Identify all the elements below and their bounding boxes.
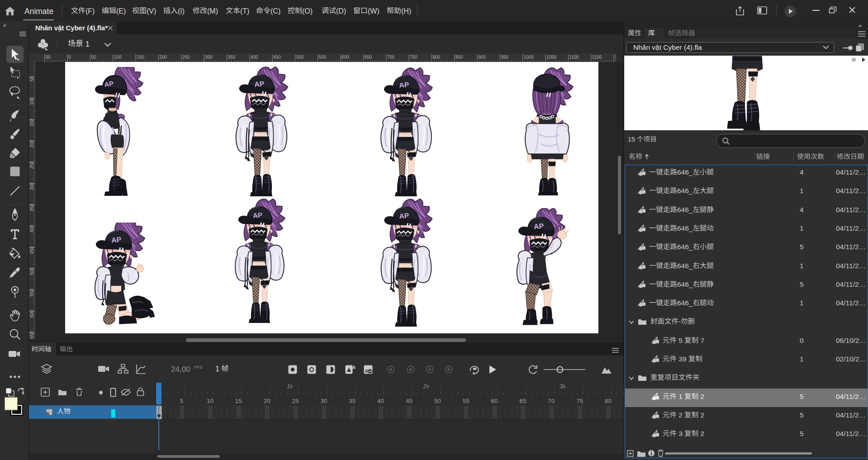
svg-text:02/10/2…: 02/10/2… [836,355,866,363]
svg-text:600: 600 [342,55,349,60]
svg-text:5: 5 [800,280,804,288]
svg-text:900: 900 [478,55,486,60]
svg-text:A: A [352,365,356,370]
svg-text:250: 250 [182,55,190,60]
svg-text:(H): (H) [401,7,411,15]
svg-text:(E): (E) [116,7,126,15]
svg-text:300: 300 [205,55,213,60]
svg-text:FPS: FPS [194,365,202,370]
svg-text:10: 10 [206,398,213,404]
svg-text:1: 1 [800,262,804,270]
svg-text:06/10/2…: 06/10/2… [836,337,866,344]
svg-text:(V): (V) [147,7,156,15]
svg-text:2s: 2s [422,383,429,389]
svg-text:Nhân vật Cyber (4).fla*: Nhân vật Cyber (4).fla* [35,24,108,32]
svg-text:7: 7 [698,337,704,344]
svg-text:646_: 646_ [677,187,693,195]
svg-text:5: 5 [800,411,804,419]
svg-text:2: 2 [698,393,704,400]
svg-text:5: 5 [800,393,804,400]
svg-text:1050: 1050 [546,55,557,60]
svg-text:3: 3 [677,430,684,437]
svg-text:65: 65 [519,398,526,404]
svg-text:-: - [678,318,681,326]
svg-text:1000: 1000 [524,55,534,60]
svg-text:1150: 1150 [592,55,602,60]
svg-text:1: 1 [800,224,804,232]
svg-text:24,00: 24,00 [171,365,190,374]
svg-text:50: 50 [46,55,51,60]
svg-text:Animate: Animate [24,7,53,16]
svg-text:2: 2 [677,411,684,419]
svg-text:(C): (C) [270,7,280,15]
svg-text:550: 550 [319,55,327,60]
svg-text:04/11/2…: 04/11/2… [836,168,866,176]
svg-text:50: 50 [29,76,34,81]
svg-text:646_: 646_ [677,262,693,270]
svg-text:70: 70 [548,398,555,404]
svg-text:45: 45 [406,398,413,404]
svg-text:15: 15 [235,398,242,404]
svg-text:50: 50 [434,398,441,404]
svg-text:(F): (F) [85,7,95,15]
svg-text:3s: 3s [560,383,565,389]
svg-text:1s: 1s [287,383,293,389]
svg-text:200: 200 [159,55,167,60]
svg-text:1: 1 [677,393,684,400]
svg-text:1: 1 [800,355,804,363]
svg-text:800: 800 [432,55,440,60]
svg-text:04/11/2…: 04/11/2… [836,243,866,251]
svg-text:150: 150 [137,55,144,60]
svg-text:(M): (M) [207,7,218,15]
svg-text:4: 4 [800,168,804,176]
svg-text:(D): (D) [336,7,346,15]
svg-text:04/11/2…: 04/11/2… [836,187,866,195]
svg-text:(O): (O) [302,7,313,15]
svg-text:04/11/2…: 04/11/2… [836,393,866,400]
svg-text:646_: 646_ [677,280,693,288]
svg-text:650: 650 [364,55,372,60]
svg-text:30: 30 [320,398,327,404]
svg-text:5: 5 [677,337,684,344]
svg-text:35: 35 [349,398,356,404]
svg-text:Nhân vật Cyber (4).fla: Nhân vật Cyber (4).fla [633,43,702,51]
svg-text:500: 500 [296,55,304,60]
svg-text:04/11/2…: 04/11/2… [836,411,866,419]
svg-text:5: 5 [800,430,804,437]
svg-text:750: 750 [410,55,417,60]
svg-text:80: 80 [605,398,612,404]
svg-text:350: 350 [228,55,235,60]
svg-text:1: 1 [83,40,90,48]
svg-text:850: 850 [455,55,463,60]
svg-text:950: 950 [501,55,508,60]
svg-text:20: 20 [263,398,270,404]
svg-text:(T): (T) [240,7,249,15]
svg-text:5: 5 [800,243,804,251]
svg-text:39: 39 [677,355,688,363]
svg-text:50: 50 [91,55,96,60]
svg-text:5: 5 [180,398,183,404]
svg-text:450: 450 [273,55,281,60]
svg-text:646_: 646_ [677,243,693,251]
svg-text:700: 700 [387,55,395,60]
svg-text:1100: 1100 [569,55,579,60]
svg-text:04/11/2…: 04/11/2… [836,299,866,307]
svg-text:0: 0 [68,55,71,60]
svg-text:04/11/2…: 04/11/2… [836,206,866,213]
svg-text:1: 1 [800,187,804,195]
svg-text:(W): (W) [368,7,379,15]
svg-text:75: 75 [576,398,583,404]
svg-text:15: 15 [628,136,637,143]
svg-text:40: 40 [377,398,384,404]
svg-text:646_: 646_ [677,206,693,213]
svg-text:«: « [3,22,6,28]
svg-text:60: 60 [491,398,498,404]
svg-text:4: 4 [800,206,804,213]
svg-text:25: 25 [292,398,299,404]
svg-text:2: 2 [698,430,704,437]
svg-text:55: 55 [462,398,469,404]
svg-text:04/11/2…: 04/11/2… [836,262,866,270]
svg-text:(I): (I) [178,7,185,15]
svg-text:04/11/2…: 04/11/2… [836,280,866,288]
svg-text:646_: 646_ [677,299,693,307]
